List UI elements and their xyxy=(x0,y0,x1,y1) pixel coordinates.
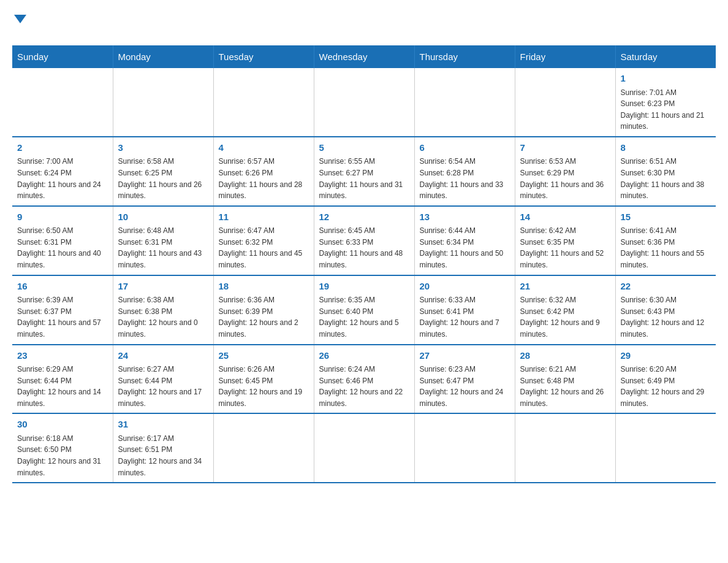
day-info: Sunrise: 6:21 AMSunset: 6:48 PMDaylight:… xyxy=(520,364,610,409)
calendar-cell xyxy=(414,68,515,137)
day-number: 21 xyxy=(520,280,610,294)
day-info: Sunrise: 6:41 AMSunset: 6:36 PMDaylight:… xyxy=(621,225,711,270)
calendar-cell: 16Sunrise: 6:39 AMSunset: 6:37 PMDayligh… xyxy=(12,275,113,345)
day-info: Sunrise: 6:44 AMSunset: 6:34 PMDaylight:… xyxy=(420,225,510,270)
calendar-table: SundayMondayTuesdayWednesdayThursdayFrid… xyxy=(12,45,716,483)
calendar-cell: 7Sunrise: 6:53 AMSunset: 6:29 PMDaylight… xyxy=(515,137,615,206)
day-number: 30 xyxy=(17,418,108,432)
header-day-monday: Monday xyxy=(113,45,213,68)
day-number: 3 xyxy=(118,141,208,155)
day-number: 2 xyxy=(17,141,108,155)
calendar-week-row: 30Sunrise: 6:18 AMSunset: 6:50 PMDayligh… xyxy=(12,413,716,483)
day-number: 20 xyxy=(420,280,510,294)
day-number: 27 xyxy=(420,349,510,363)
calendar-cell: 3Sunrise: 6:58 AMSunset: 6:25 PMDaylight… xyxy=(113,137,213,206)
calendar-cell xyxy=(12,68,113,137)
calendar-cell: 23Sunrise: 6:29 AMSunset: 6:44 PMDayligh… xyxy=(12,345,113,414)
day-info: Sunrise: 6:30 AMSunset: 6:43 PMDaylight:… xyxy=(621,294,711,340)
day-number: 13 xyxy=(420,210,510,224)
calendar-cell: 1Sunrise: 7:01 AMSunset: 6:23 PMDaylight… xyxy=(615,68,716,137)
day-number: 19 xyxy=(319,280,409,294)
header-day-saturday: Saturday xyxy=(615,45,716,68)
day-info: Sunrise: 6:54 AMSunset: 6:28 PMDaylight:… xyxy=(420,156,510,201)
day-info: Sunrise: 6:47 AMSunset: 6:32 PMDaylight:… xyxy=(219,225,309,270)
header-day-wednesday: Wednesday xyxy=(314,45,414,68)
day-info: Sunrise: 6:35 AMSunset: 6:40 PMDaylight:… xyxy=(319,294,409,340)
day-number: 14 xyxy=(520,210,610,224)
day-number: 12 xyxy=(319,210,409,224)
calendar-cell xyxy=(213,413,314,483)
calendar-cell: 21Sunrise: 6:32 AMSunset: 6:42 PMDayligh… xyxy=(515,275,615,345)
calendar-cell xyxy=(314,68,414,137)
day-info: Sunrise: 7:01 AMSunset: 6:23 PMDaylight:… xyxy=(621,87,711,132)
day-number: 28 xyxy=(520,349,610,363)
day-info: Sunrise: 6:33 AMSunset: 6:41 PMDaylight:… xyxy=(420,294,510,340)
day-number: 18 xyxy=(219,280,309,294)
day-info: Sunrise: 6:42 AMSunset: 6:35 PMDaylight:… xyxy=(520,225,610,270)
day-number: 22 xyxy=(621,280,711,294)
day-number: 17 xyxy=(118,280,208,294)
day-info: Sunrise: 6:32 AMSunset: 6:42 PMDaylight:… xyxy=(520,294,610,340)
day-number: 8 xyxy=(621,141,711,155)
calendar-cell: 25Sunrise: 6:26 AMSunset: 6:45 PMDayligh… xyxy=(213,345,314,414)
day-info: Sunrise: 6:51 AMSunset: 6:30 PMDaylight:… xyxy=(621,156,711,201)
calendar-cell xyxy=(113,68,213,137)
day-info: Sunrise: 6:23 AMSunset: 6:47 PMDaylight:… xyxy=(420,364,510,409)
calendar-cell: 15Sunrise: 6:41 AMSunset: 6:36 PMDayligh… xyxy=(615,206,716,275)
calendar-cell: 24Sunrise: 6:27 AMSunset: 6:44 PMDayligh… xyxy=(113,345,213,414)
day-info: Sunrise: 6:20 AMSunset: 6:49 PMDaylight:… xyxy=(621,364,711,409)
day-number: 9 xyxy=(17,210,108,224)
calendar-cell: 17Sunrise: 6:38 AMSunset: 6:38 PMDayligh… xyxy=(113,275,213,345)
calendar-cell: 18Sunrise: 6:36 AMSunset: 6:39 PMDayligh… xyxy=(213,275,314,345)
day-info: Sunrise: 6:27 AMSunset: 6:44 PMDaylight:… xyxy=(118,364,208,409)
calendar-cell: 5Sunrise: 6:55 AMSunset: 6:27 PMDaylight… xyxy=(314,137,414,206)
day-number: 16 xyxy=(17,280,108,294)
calendar-cell: 29Sunrise: 6:20 AMSunset: 6:49 PMDayligh… xyxy=(615,345,716,414)
logo-triangle-icon xyxy=(14,15,26,23)
calendar-cell xyxy=(213,68,314,137)
page-header xyxy=(12,12,716,39)
calendar-cell: 9Sunrise: 6:50 AMSunset: 6:31 PMDaylight… xyxy=(12,206,113,275)
calendar-cell: 22Sunrise: 6:30 AMSunset: 6:43 PMDayligh… xyxy=(615,275,716,345)
header-day-thursday: Thursday xyxy=(414,45,515,68)
calendar-cell: 28Sunrise: 6:21 AMSunset: 6:48 PMDayligh… xyxy=(515,345,615,414)
calendar-week-row: 9Sunrise: 6:50 AMSunset: 6:31 PMDaylight… xyxy=(12,206,716,275)
day-number: 26 xyxy=(319,349,409,363)
day-info: Sunrise: 6:24 AMSunset: 6:46 PMDaylight:… xyxy=(319,364,409,409)
day-number: 25 xyxy=(219,349,309,363)
day-info: Sunrise: 6:36 AMSunset: 6:39 PMDaylight:… xyxy=(219,294,309,340)
calendar-cell xyxy=(414,413,515,483)
day-info: Sunrise: 6:55 AMSunset: 6:27 PMDaylight:… xyxy=(319,156,409,201)
day-number: 11 xyxy=(219,210,309,224)
calendar-cell xyxy=(515,413,615,483)
calendar-cell: 20Sunrise: 6:33 AMSunset: 6:41 PMDayligh… xyxy=(414,275,515,345)
day-number: 6 xyxy=(420,141,510,155)
day-number: 29 xyxy=(621,349,711,363)
day-number: 23 xyxy=(17,349,108,363)
header-day-friday: Friday xyxy=(515,45,615,68)
calendar-cell: 8Sunrise: 6:51 AMSunset: 6:30 PMDaylight… xyxy=(615,137,716,206)
calendar-cell xyxy=(314,413,414,483)
calendar-cell: 10Sunrise: 6:48 AMSunset: 6:31 PMDayligh… xyxy=(113,206,213,275)
day-info: Sunrise: 6:26 AMSunset: 6:45 PMDaylight:… xyxy=(219,364,309,409)
calendar-cell: 6Sunrise: 6:54 AMSunset: 6:28 PMDaylight… xyxy=(414,137,515,206)
calendar-header-row: SundayMondayTuesdayWednesdayThursdayFrid… xyxy=(12,45,716,68)
calendar-cell: 13Sunrise: 6:44 AMSunset: 6:34 PMDayligh… xyxy=(414,206,515,275)
day-info: Sunrise: 6:45 AMSunset: 6:33 PMDaylight:… xyxy=(319,225,409,270)
header-day-tuesday: Tuesday xyxy=(213,45,314,68)
day-info: Sunrise: 6:58 AMSunset: 6:25 PMDaylight:… xyxy=(118,156,208,201)
day-info: Sunrise: 6:29 AMSunset: 6:44 PMDaylight:… xyxy=(17,364,108,409)
day-number: 15 xyxy=(621,210,711,224)
day-number: 31 xyxy=(118,418,208,432)
day-info: Sunrise: 6:50 AMSunset: 6:31 PMDaylight:… xyxy=(17,225,108,270)
day-info: Sunrise: 6:57 AMSunset: 6:26 PMDaylight:… xyxy=(219,156,309,201)
calendar-week-row: 1Sunrise: 7:01 AMSunset: 6:23 PMDaylight… xyxy=(12,68,716,137)
day-info: Sunrise: 7:00 AMSunset: 6:24 PMDaylight:… xyxy=(17,156,108,201)
day-number: 5 xyxy=(319,141,409,155)
day-info: Sunrise: 6:53 AMSunset: 6:29 PMDaylight:… xyxy=(520,156,610,201)
calendar-cell: 30Sunrise: 6:18 AMSunset: 6:50 PMDayligh… xyxy=(12,413,113,483)
day-info: Sunrise: 6:38 AMSunset: 6:38 PMDaylight:… xyxy=(118,294,208,340)
calendar-week-row: 16Sunrise: 6:39 AMSunset: 6:37 PMDayligh… xyxy=(12,275,716,345)
calendar-cell: 2Sunrise: 7:00 AMSunset: 6:24 PMDaylight… xyxy=(12,137,113,206)
header-day-sunday: Sunday xyxy=(12,45,113,68)
